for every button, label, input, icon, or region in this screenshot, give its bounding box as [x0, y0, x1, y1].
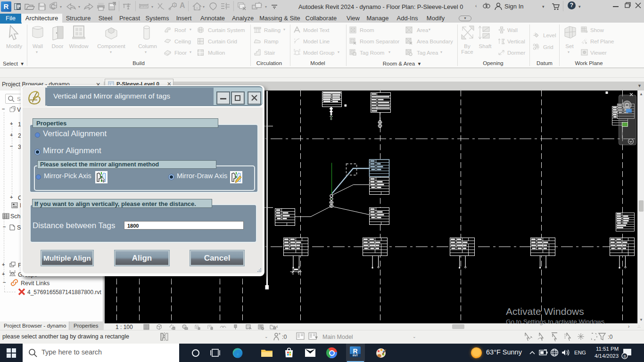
svg-text:-1: -1 [534, 32, 537, 35]
svg-text:1: 1 [174, 3, 176, 7]
svg-text:8: 8 [624, 354, 626, 359]
